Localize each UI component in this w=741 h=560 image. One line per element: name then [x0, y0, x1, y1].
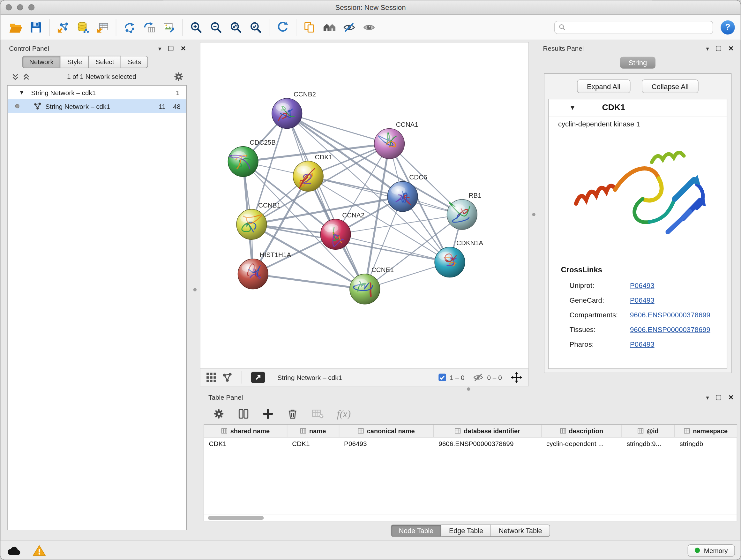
- zoom-in-button[interactable]: [186, 17, 206, 37]
- eye-crossed-button[interactable]: [339, 17, 359, 37]
- hidden-edges-status: 0 – 0: [487, 374, 502, 381]
- tab-style[interactable]: Style: [61, 56, 89, 68]
- crosslink-link[interactable]: P06493: [630, 281, 655, 289]
- network-edge: [287, 113, 365, 289]
- tab-network[interactable]: Network: [22, 56, 61, 68]
- network-node-CDK1[interactable]: CDK1: [293, 153, 332, 192]
- network-node-HIST1H1A[interactable]: HIST1H1A: [238, 251, 291, 289]
- table-panel: Table Panel ▾ × f(x): [204, 391, 737, 537]
- table-horizontal-scrollbar[interactable]: [204, 515, 737, 521]
- protein-caret-icon[interactable]: ▼: [569, 104, 576, 111]
- crosslink-link[interactable]: 9606.ENSP00000378699: [630, 311, 711, 319]
- column-header[interactable]: shared name: [204, 425, 287, 437]
- right-splitter[interactable]: [529, 42, 538, 386]
- network-node-CCNA1[interactable]: CCNA1: [374, 121, 418, 159]
- add-column-icon[interactable]: [262, 408, 274, 420]
- table-row[interactable]: CDK1 CDK1 P06493 9606.ENSP00000378699 cy…: [204, 437, 737, 450]
- cloud-icon[interactable]: [6, 544, 22, 557]
- panel-close-icon[interactable]: ×: [729, 44, 734, 53]
- panel-menu-icon[interactable]: ▾: [706, 45, 709, 51]
- panel-close-icon[interactable]: ×: [729, 393, 734, 401]
- expand-all-button[interactable]: Expand All: [577, 79, 630, 93]
- column-header[interactable]: description: [542, 425, 622, 437]
- collection-caret-icon[interactable]: ▼: [19, 89, 24, 96]
- zoom-selected-button[interactable]: [246, 17, 266, 37]
- import-network-from-database-button[interactable]: [73, 17, 92, 37]
- column-header[interactable]: namespace: [675, 425, 737, 437]
- network-row[interactable]: String Network – cdk1 11 48: [8, 99, 186, 113]
- left-splitter[interactable]: [190, 42, 200, 537]
- houses-button[interactable]: [320, 17, 339, 37]
- new-network-button[interactable]: [120, 17, 139, 37]
- column-header[interactable]: @id: [622, 425, 675, 437]
- column-header[interactable]: name: [287, 425, 339, 437]
- horizontal-splitter[interactable]: [200, 386, 737, 391]
- search-input[interactable]: [568, 23, 709, 31]
- status-bar: Memory: [0, 541, 740, 559]
- zoom-out-button[interactable]: [206, 17, 226, 37]
- column-header[interactable]: canonical name: [339, 425, 434, 437]
- network-collection-row[interactable]: ▼ String Network – cdk1 1: [8, 85, 186, 99]
- apply-layout-button[interactable]: [273, 17, 292, 37]
- cell-database-identifier[interactable]: 9606.ENSP00000378699: [434, 440, 542, 448]
- network-canvas[interactable]: CCNB2CCNA1CDC25BCDK1CDC6RB1CCNB1CCNA2CDK…: [200, 43, 529, 368]
- minimize-window-icon[interactable]: [17, 4, 23, 10]
- scrollbar-thumb[interactable]: [208, 516, 264, 520]
- panel-close-icon[interactable]: ×: [181, 44, 186, 53]
- new-network-from-table-button[interactable]: [139, 17, 159, 37]
- expand-all-icon[interactable]: [23, 73, 30, 80]
- open-session-button[interactable]: [6, 17, 26, 37]
- panel-menu-icon[interactable]: ▾: [706, 394, 709, 400]
- help-button[interactable]: ?: [721, 20, 735, 34]
- tab-edge-table[interactable]: Edge Table: [441, 524, 491, 537]
- warning-icon[interactable]: [32, 544, 46, 557]
- panel-float-icon[interactable]: [169, 46, 174, 51]
- import-network-button[interactable]: [53, 17, 73, 37]
- network-node-CDKN1A[interactable]: CDKN1A: [434, 239, 483, 277]
- import-table-button[interactable]: [92, 17, 112, 37]
- collapse-all-button[interactable]: Collapse All: [642, 79, 698, 93]
- tab-node-table[interactable]: Node Table: [391, 524, 442, 537]
- cell-shared-name[interactable]: CDK1: [204, 440, 287, 448]
- zoom-fit-button[interactable]: [226, 17, 246, 37]
- tab-network-table[interactable]: Network Table: [491, 524, 550, 537]
- title-bar[interactable]: Session: New Session: [0, 0, 740, 14]
- tab-sets[interactable]: Sets: [121, 56, 148, 68]
- gear-icon[interactable]: [173, 71, 184, 82]
- cell-name[interactable]: CDK1: [287, 440, 339, 448]
- eye-button[interactable]: [359, 17, 379, 37]
- network-glyph-icon[interactable]: [222, 372, 232, 383]
- birdseye-grid-icon[interactable]: [206, 372, 217, 383]
- function-builder-button[interactable]: f(x): [337, 408, 351, 420]
- node-label: HIST1H1A: [259, 251, 291, 258]
- collapse-all-icon[interactable]: [12, 73, 19, 80]
- cell-description[interactable]: cyclin-dependent ...: [542, 440, 622, 448]
- cell-id[interactable]: stringdb:9...: [622, 440, 675, 448]
- close-window-icon[interactable]: [6, 4, 12, 10]
- show-columns-icon[interactable]: [238, 408, 249, 420]
- save-session-button[interactable]: [26, 17, 46, 37]
- network-node-RB1[interactable]: RB1: [447, 192, 482, 230]
- delete-column-trash-icon[interactable]: [287, 408, 298, 420]
- copy-document-button[interactable]: [300, 17, 320, 37]
- panel-menu-icon[interactable]: ▾: [158, 45, 161, 51]
- crosslink-link[interactable]: P06493: [630, 340, 655, 348]
- export-image-button[interactable]: [159, 17, 179, 37]
- selected-checkbox-icon[interactable]: [439, 374, 446, 381]
- column-header[interactable]: database identifier: [434, 425, 542, 437]
- table-settings-gear-icon[interactable]: [213, 408, 225, 420]
- memory-button[interactable]: Memory: [688, 544, 735, 557]
- crosslink-link[interactable]: P06493: [630, 296, 655, 304]
- panel-float-icon[interactable]: [716, 46, 721, 51]
- maximize-window-icon[interactable]: [28, 4, 35, 10]
- pan-crosshair-icon[interactable]: [510, 371, 523, 384]
- cell-namespace[interactable]: stringdb: [675, 440, 737, 448]
- tab-select[interactable]: Select: [89, 56, 121, 68]
- crosslinks-heading: CrossLinks: [561, 266, 727, 274]
- panel-float-icon[interactable]: [716, 395, 721, 400]
- cell-canonical-name[interactable]: P06493: [339, 440, 434, 448]
- crosslink-link[interactable]: 9606.ENSP00000378699: [630, 325, 711, 333]
- open-in-new-button[interactable]: [251, 372, 265, 383]
- tab-string[interactable]: String: [620, 57, 656, 69]
- network-node-CCNB2[interactable]: CCNB2: [272, 90, 316, 129]
